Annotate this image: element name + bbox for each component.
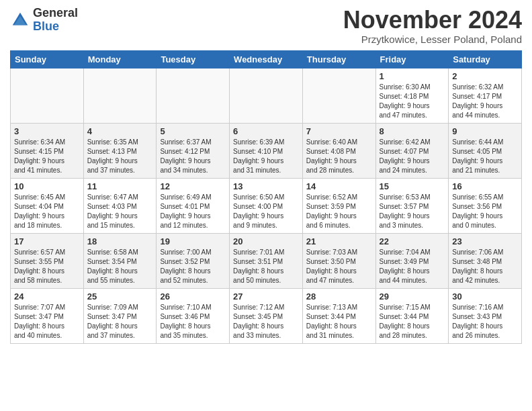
calendar-cell: 21Sunrise: 7:03 AM Sunset: 3:50 PM Dayli… — [302, 233, 375, 288]
month-title: November 2024 — [343, 7, 522, 34]
calendar-cell: 23Sunrise: 7:06 AM Sunset: 3:48 PM Dayli… — [449, 233, 522, 288]
calendar-cell: 30Sunrise: 7:16 AM Sunset: 3:43 PM Dayli… — [449, 288, 522, 343]
calendar-cell: 4Sunrise: 6:35 AM Sunset: 4:13 PM Daylig… — [83, 123, 157, 178]
day-info: Sunrise: 7:04 AM Sunset: 3:49 PM Dayligh… — [380, 248, 445, 285]
day-info: Sunrise: 6:32 AM Sunset: 4:17 PM Dayligh… — [452, 83, 518, 120]
calendar-cell: 1Sunrise: 6:30 AM Sunset: 4:18 PM Daylig… — [375, 68, 449, 123]
calendar-cell: 12Sunrise: 6:49 AM Sunset: 4:01 PM Dayli… — [157, 178, 230, 233]
header-thursday: Thursday — [302, 50, 375, 68]
calendar-cell — [230, 68, 303, 123]
day-number: 12 — [160, 181, 226, 191]
calendar-cell: 20Sunrise: 7:01 AM Sunset: 3:51 PM Dayli… — [230, 233, 303, 288]
day-info: Sunrise: 6:52 AM Sunset: 3:59 PM Dayligh… — [306, 193, 372, 230]
calendar-cell: 11Sunrise: 6:47 AM Sunset: 4:03 PM Dayli… — [83, 178, 157, 233]
calendar-cell: 14Sunrise: 6:52 AM Sunset: 3:59 PM Dayli… — [302, 178, 375, 233]
page-header: General Blue November 2024 Przytkowice, … — [10, 7, 522, 45]
calendar-cell: 18Sunrise: 6:58 AM Sunset: 3:54 PM Dayli… — [83, 233, 157, 288]
logo: General Blue — [10, 7, 78, 34]
day-number: 16 — [452, 181, 518, 191]
day-info: Sunrise: 6:40 AM Sunset: 4:08 PM Dayligh… — [306, 138, 372, 175]
header-friday: Friday — [375, 50, 449, 68]
day-number: 9 — [452, 126, 518, 136]
calendar-cell: 22Sunrise: 7:04 AM Sunset: 3:49 PM Dayli… — [375, 233, 449, 288]
calendar-cell: 6Sunrise: 6:39 AM Sunset: 4:10 PM Daylig… — [230, 123, 303, 178]
calendar-cell: 7Sunrise: 6:40 AM Sunset: 4:08 PM Daylig… — [302, 123, 375, 178]
day-info: Sunrise: 7:15 AM Sunset: 3:44 PM Dayligh… — [380, 303, 445, 340]
page-container: General Blue November 2024 Przytkowice, … — [0, 0, 532, 351]
day-info: Sunrise: 6:30 AM Sunset: 4:18 PM Dayligh… — [380, 83, 445, 120]
day-info: Sunrise: 6:45 AM Sunset: 4:04 PM Dayligh… — [14, 193, 80, 230]
day-number: 11 — [87, 181, 153, 191]
day-info: Sunrise: 7:01 AM Sunset: 3:51 PM Dayligh… — [233, 248, 299, 285]
day-number: 7 — [306, 126, 372, 136]
week-row-3: 10Sunrise: 6:45 AM Sunset: 4:04 PM Dayli… — [11, 178, 522, 233]
calendar-cell: 3Sunrise: 6:34 AM Sunset: 4:15 PM Daylig… — [11, 123, 84, 178]
week-row-2: 3Sunrise: 6:34 AM Sunset: 4:15 PM Daylig… — [11, 123, 522, 178]
title-section: November 2024 Przytkowice, Lesser Poland… — [343, 7, 522, 45]
day-info: Sunrise: 7:16 AM Sunset: 3:43 PM Dayligh… — [452, 303, 518, 340]
day-info: Sunrise: 7:00 AM Sunset: 3:52 PM Dayligh… — [160, 248, 226, 285]
day-info: Sunrise: 6:34 AM Sunset: 4:15 PM Dayligh… — [14, 138, 80, 175]
day-number: 24 — [14, 291, 80, 302]
day-number: 28 — [306, 291, 372, 302]
day-number: 18 — [87, 236, 153, 246]
day-info: Sunrise: 6:50 AM Sunset: 4:00 PM Dayligh… — [233, 193, 299, 230]
calendar-cell: 29Sunrise: 7:15 AM Sunset: 3:44 PM Dayli… — [375, 288, 449, 343]
calendar-cell: 24Sunrise: 7:07 AM Sunset: 3:47 PM Dayli… — [11, 288, 84, 343]
day-info: Sunrise: 6:49 AM Sunset: 4:01 PM Dayligh… — [160, 193, 226, 230]
day-info: Sunrise: 6:53 AM Sunset: 3:57 PM Dayligh… — [380, 193, 445, 230]
day-info: Sunrise: 6:58 AM Sunset: 3:54 PM Dayligh… — [87, 248, 153, 285]
header-tuesday: Tuesday — [157, 50, 230, 68]
calendar-cell: 13Sunrise: 6:50 AM Sunset: 4:00 PM Dayli… — [230, 178, 303, 233]
calendar-cell: 2Sunrise: 6:32 AM Sunset: 4:17 PM Daylig… — [449, 68, 522, 123]
calendar-cell: 28Sunrise: 7:13 AM Sunset: 3:44 PM Dayli… — [302, 288, 375, 343]
calendar-cell: 8Sunrise: 6:42 AM Sunset: 4:07 PM Daylig… — [375, 123, 449, 178]
day-number: 20 — [233, 236, 299, 246]
day-info: Sunrise: 6:44 AM Sunset: 4:05 PM Dayligh… — [452, 138, 518, 175]
calendar-cell: 27Sunrise: 7:12 AM Sunset: 3:45 PM Dayli… — [230, 288, 303, 343]
calendar-cell: 5Sunrise: 6:37 AM Sunset: 4:12 PM Daylig… — [157, 123, 230, 178]
calendar-cell: 9Sunrise: 6:44 AM Sunset: 4:05 PM Daylig… — [449, 123, 522, 178]
calendar-cell — [302, 68, 375, 123]
week-row-5: 24Sunrise: 7:07 AM Sunset: 3:47 PM Dayli… — [11, 288, 522, 343]
day-info: Sunrise: 7:12 AM Sunset: 3:45 PM Dayligh… — [233, 303, 299, 340]
logo-icon — [10, 10, 30, 30]
day-info: Sunrise: 6:35 AM Sunset: 4:13 PM Dayligh… — [87, 138, 153, 175]
day-number: 8 — [380, 126, 445, 136]
calendar-cell: 26Sunrise: 7:10 AM Sunset: 3:46 PM Dayli… — [157, 288, 230, 343]
day-number: 19 — [160, 236, 226, 246]
day-number: 5 — [160, 126, 226, 136]
day-number: 23 — [452, 236, 518, 246]
calendar-cell: 15Sunrise: 6:53 AM Sunset: 3:57 PM Dayli… — [375, 178, 449, 233]
day-info: Sunrise: 6:55 AM Sunset: 3:56 PM Dayligh… — [452, 193, 518, 230]
day-info: Sunrise: 6:37 AM Sunset: 4:12 PM Dayligh… — [160, 138, 226, 175]
day-number: 14 — [306, 181, 372, 191]
day-info: Sunrise: 6:57 AM Sunset: 3:55 PM Dayligh… — [14, 248, 80, 285]
day-number: 26 — [160, 291, 226, 302]
day-number: 13 — [233, 181, 299, 191]
day-number: 21 — [306, 236, 372, 246]
day-number: 4 — [87, 126, 153, 136]
day-info: Sunrise: 6:47 AM Sunset: 4:03 PM Dayligh… — [87, 193, 153, 230]
day-info: Sunrise: 6:42 AM Sunset: 4:07 PM Dayligh… — [380, 138, 445, 175]
calendar-cell — [83, 68, 157, 123]
logo-text: General Blue — [33, 7, 78, 34]
location-subtitle: Przytkowice, Lesser Poland, Poland — [343, 34, 522, 45]
calendar-cell — [11, 68, 84, 123]
day-number: 27 — [233, 291, 299, 302]
day-info: Sunrise: 7:10 AM Sunset: 3:46 PM Dayligh… — [160, 303, 226, 340]
week-row-1: 1Sunrise: 6:30 AM Sunset: 4:18 PM Daylig… — [11, 68, 522, 123]
day-info: Sunrise: 7:03 AM Sunset: 3:50 PM Dayligh… — [306, 248, 372, 285]
day-info: Sunrise: 7:07 AM Sunset: 3:47 PM Dayligh… — [14, 303, 80, 340]
header-monday: Monday — [83, 50, 157, 68]
calendar-table: SundayMondayTuesdayWednesdayThursdayFrid… — [10, 50, 522, 344]
calendar-cell: 16Sunrise: 6:55 AM Sunset: 3:56 PM Dayli… — [449, 178, 522, 233]
calendar-cell: 17Sunrise: 6:57 AM Sunset: 3:55 PM Dayli… — [11, 233, 84, 288]
calendar-cell: 10Sunrise: 6:45 AM Sunset: 4:04 PM Dayli… — [11, 178, 84, 233]
day-info: Sunrise: 7:13 AM Sunset: 3:44 PM Dayligh… — [306, 303, 372, 340]
header-saturday: Saturday — [449, 50, 522, 68]
day-number: 17 — [14, 236, 80, 246]
day-number: 6 — [233, 126, 299, 136]
day-number: 25 — [87, 291, 153, 302]
day-number: 29 — [380, 291, 445, 302]
